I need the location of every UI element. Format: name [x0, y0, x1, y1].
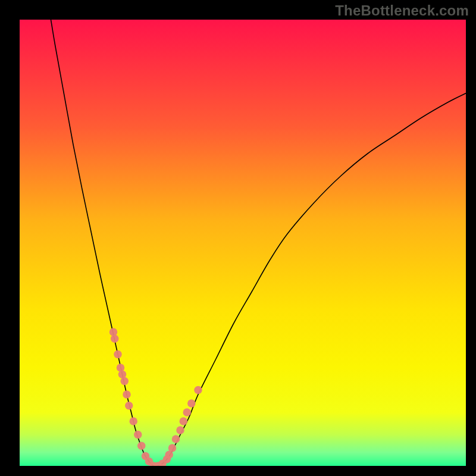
chart-frame: TheBottleneck.com	[0, 0, 476, 476]
watermark-text: TheBottleneck.com	[335, 2, 469, 19]
background-gradient	[20, 20, 466, 466]
plot-area	[20, 20, 466, 466]
